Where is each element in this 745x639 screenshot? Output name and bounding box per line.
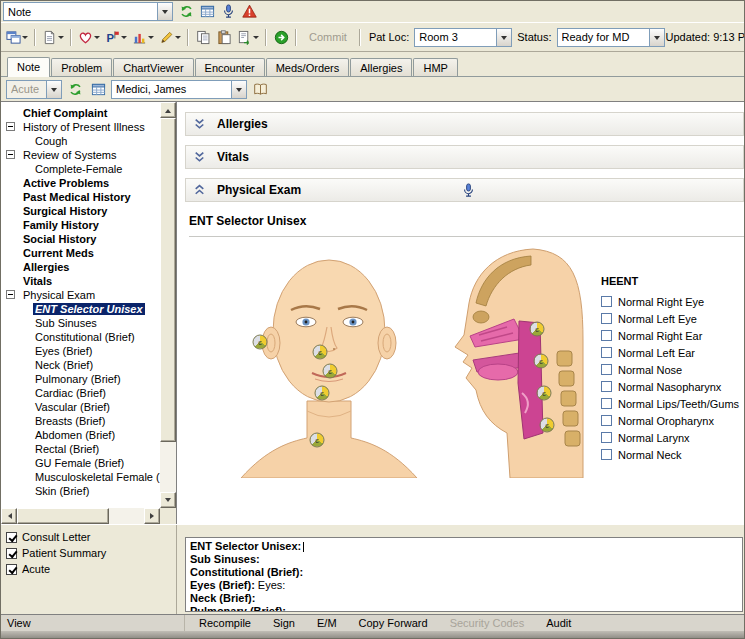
vertical-scrollbar-thumb[interactable]	[160, 118, 176, 442]
heart-button[interactable]	[76, 27, 102, 48]
section-vitals[interactable]: Vitals	[185, 145, 744, 169]
checkbox[interactable]	[6, 564, 17, 575]
checkbox[interactable]	[6, 532, 17, 543]
hotspot-oropharynx[interactable]: c	[537, 386, 552, 401]
document-button[interactable]	[40, 27, 66, 48]
tree-horizontal-scrollbar[interactable]	[1, 508, 160, 524]
scroll-down-button[interactable]	[160, 492, 176, 508]
tab-problem[interactable]: Problem	[51, 58, 112, 77]
checkbox[interactable]	[601, 296, 612, 307]
chevron-double-up-icon[interactable]	[192, 183, 207, 198]
window-button[interactable]	[4, 27, 30, 48]
tree-item[interactable]: Surgical History	[1, 204, 160, 218]
tree-item[interactable]: Neck (Brief)	[1, 358, 160, 372]
action-sign[interactable]: Sign	[273, 617, 295, 629]
action-audit[interactable]: Audit	[546, 617, 571, 629]
tree-item[interactable]: GU Female (Brief)	[1, 456, 160, 470]
scroll-left-button[interactable]	[1, 508, 17, 524]
checkbox[interactable]	[601, 381, 612, 392]
chart-button[interactable]	[130, 27, 156, 48]
tab-note[interactable]: Note	[7, 57, 50, 77]
tree-item[interactable]: Abdomen (Brief)	[1, 428, 160, 442]
tree-item[interactable]: Eyes (Brief)	[1, 344, 160, 358]
section-allergies[interactable]: Allergies	[185, 112, 744, 136]
hotspot-larynx[interactable]: c	[540, 418, 555, 433]
checkbox[interactable]	[601, 398, 612, 409]
refresh-button[interactable]	[65, 79, 85, 100]
tree-expander-minus-icon[interactable]	[6, 150, 15, 159]
refresh-button[interactable]	[176, 1, 196, 22]
action-copy-forward[interactable]: Copy Forward	[359, 617, 428, 629]
hotspot-nose[interactable]: c	[313, 345, 328, 360]
tree-item[interactable]: Current Meds	[1, 246, 160, 260]
note-preview-text[interactable]: ENT Selector Unisex:Sub Sinuses:Constitu…	[185, 537, 743, 612]
go-button[interactable]	[271, 27, 291, 48]
chevron-double-down-icon[interactable]	[192, 150, 207, 165]
tree-item[interactable]: History of Present Illness	[1, 120, 160, 134]
tree-item[interactable]: Cardiac (Brief)	[1, 386, 160, 400]
horizontal-scrollbar-thumb[interactable]	[17, 508, 109, 524]
template-button[interactable]	[235, 27, 261, 48]
checkbox[interactable]	[601, 364, 612, 375]
pencil-button[interactable]	[157, 27, 183, 48]
checkbox[interactable]	[601, 347, 612, 358]
patient-combobox[interactable]: Medici, James	[111, 80, 247, 99]
microphone-icon[interactable]	[461, 183, 476, 198]
tree-item[interactable]: Review of Systems	[1, 148, 160, 162]
action-e-m[interactable]: E/M	[317, 617, 337, 629]
tree-item[interactable]: Skin (Brief)	[1, 484, 160, 498]
tab-encounter[interactable]: Encounter	[195, 58, 265, 77]
tree-item[interactable]: Constitutional (Brief)	[1, 330, 160, 344]
tree-item[interactable]: Musculoskeletal Female (Bri	[1, 470, 160, 484]
hotspot-soft-palate[interactable]: c	[534, 354, 549, 369]
commit-button[interactable]: Commit	[301, 31, 355, 43]
tree-item[interactable]: Breasts (Brief)	[1, 414, 160, 428]
tree-item[interactable]: Active Problems	[1, 176, 160, 190]
tab-chartviewer[interactable]: ChartViewer	[113, 58, 193, 77]
tree-item[interactable]: Vitals	[1, 274, 160, 288]
hotspot-ear[interactable]: c	[253, 335, 268, 350]
tree-item[interactable]: Chief Complaint	[1, 106, 160, 120]
hotspot-nasopharynx[interactable]: c	[530, 322, 545, 337]
checkbox[interactable]	[601, 432, 612, 443]
tab-hmp[interactable]: HMP	[413, 58, 457, 77]
checkbox[interactable]	[6, 548, 17, 559]
scroll-up-button[interactable]	[160, 102, 176, 118]
note-type-combobox[interactable]: Note	[3, 2, 173, 21]
tree-expander-minus-icon[interactable]	[6, 290, 15, 299]
paste-button[interactable]	[214, 27, 234, 48]
copy-button[interactable]	[193, 27, 213, 48]
sagittal-head-view[interactable]	[455, 249, 583, 478]
tree-item[interactable]: Rectal (Brief)	[1, 442, 160, 456]
grid-button[interactable]	[197, 1, 217, 22]
tab-meds-orders[interactable]: Meds/Orders	[266, 58, 350, 77]
tree-item[interactable]: Family History	[1, 218, 160, 232]
pat-loc-combobox[interactable]: Room 3	[414, 28, 512, 47]
tree-item[interactable]: Social History	[1, 232, 160, 246]
tree-item[interactable]: Physical Exam	[1, 288, 160, 302]
hotspot-lips[interactable]: c	[323, 364, 338, 379]
tree-expander-minus-icon[interactable]	[6, 122, 15, 131]
tree-item[interactable]: Vascular (Brief)	[1, 400, 160, 414]
checkbox[interactable]	[601, 313, 612, 324]
section-physical-exam[interactable]: Physical Exam	[185, 178, 744, 202]
tree-item[interactable]: Past Medical History	[1, 190, 160, 204]
flag-button[interactable]: P	[103, 27, 129, 48]
checkbox[interactable]	[601, 330, 612, 341]
checkbox[interactable]	[601, 449, 612, 460]
hotspot-neck[interactable]: c	[310, 433, 325, 448]
hotspot-chin[interactable]: c	[315, 386, 330, 401]
tree-item[interactable]: Pulmonary (Brief)	[1, 372, 160, 386]
chevron-double-down-icon[interactable]	[192, 117, 207, 132]
tree-item[interactable]: Cough	[1, 134, 160, 148]
tab-allergies[interactable]: Allergies	[350, 58, 412, 77]
scroll-right-button[interactable]	[144, 508, 160, 524]
dictation-button[interactable]	[218, 1, 238, 22]
forms-button[interactable]	[88, 79, 108, 100]
tree-item[interactable]: Sub Sinuses	[1, 316, 160, 330]
view-button[interactable]: View	[1, 615, 185, 631]
tree-vertical-scrollbar[interactable]	[160, 102, 176, 508]
status-combobox[interactable]: Ready for MD	[557, 28, 665, 47]
checkbox[interactable]	[601, 415, 612, 426]
action-recompile[interactable]: Recompile	[199, 617, 251, 629]
